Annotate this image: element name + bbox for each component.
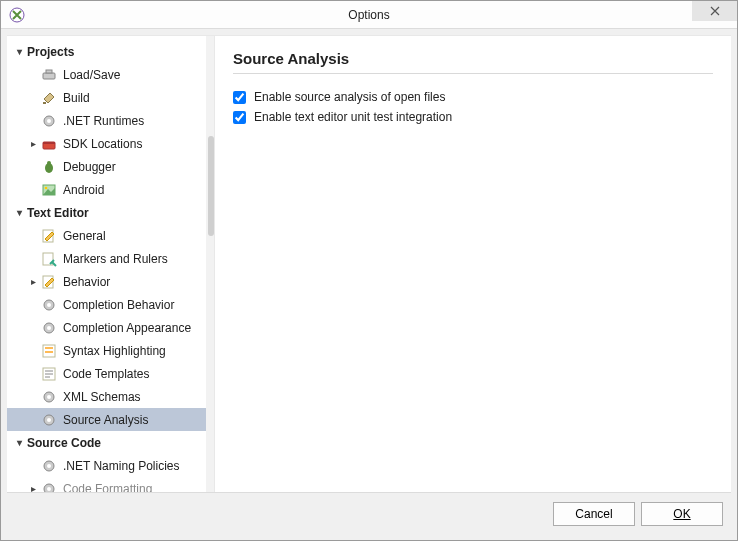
- option-label: Enable text editor unit test integration: [254, 110, 452, 124]
- tree-item-completion-behavior[interactable]: Completion Behavior: [7, 293, 214, 316]
- option-enable-unit-test-integration: Enable text editor unit test integration: [233, 110, 713, 124]
- tree-item-label: Code Templates: [63, 367, 150, 381]
- content-pane: Source Analysis Enable source analysis o…: [215, 36, 731, 492]
- tree-item-label: Debugger: [63, 160, 116, 174]
- tree-item-label: Android: [63, 183, 104, 197]
- svg-point-26: [47, 418, 51, 422]
- svg-rect-2: [46, 70, 52, 73]
- expander-icon[interactable]: ▸: [27, 138, 39, 150]
- tree-item-label: Completion Behavior: [63, 298, 174, 312]
- gear-icon: [41, 389, 57, 405]
- svg-point-16: [47, 303, 51, 307]
- tree-item-xml-schemas[interactable]: XML Schemas: [7, 385, 214, 408]
- checkbox-enable-source-analysis[interactable]: [233, 91, 246, 104]
- tree-item-load-save[interactable]: Load/Save: [7, 63, 214, 86]
- dialog-footer: Cancel OK: [7, 492, 731, 534]
- svg-point-30: [47, 487, 51, 491]
- loadsave-icon: [41, 67, 57, 83]
- gear-icon: [41, 412, 57, 428]
- expander-icon[interactable]: ▾: [13, 46, 25, 58]
- tree-item-naming-policies[interactable]: .NET Naming Policies: [7, 454, 214, 477]
- gear-icon: [41, 297, 57, 313]
- templates-icon: [41, 366, 57, 382]
- tree-item-label: Code Formatting: [63, 482, 152, 493]
- divider: [233, 73, 713, 74]
- tree-item-behavior[interactable]: ▸ Behavior: [7, 270, 214, 293]
- close-button[interactable]: [692, 1, 737, 21]
- option-label: Enable source analysis of open files: [254, 90, 445, 104]
- tree-item-label: Build: [63, 91, 90, 105]
- svg-point-11: [45, 186, 48, 189]
- tree-item-completion-appearance[interactable]: Completion Appearance: [7, 316, 214, 339]
- scrollbar-thumb[interactable]: [208, 136, 214, 236]
- tree-item-markers-rulers[interactable]: Markers and Rulers: [7, 247, 214, 270]
- tree-item-label: Markers and Rulers: [63, 252, 168, 266]
- option-enable-source-analysis: Enable source analysis of open files: [233, 90, 713, 104]
- titlebar: Options: [1, 1, 737, 29]
- tree-item-android[interactable]: Android: [7, 178, 214, 201]
- edit-icon: [41, 228, 57, 244]
- window-title: Options: [1, 8, 737, 22]
- tree-item-code-formatting[interactable]: ▸ Code Formatting: [7, 477, 214, 492]
- svg-point-18: [47, 326, 51, 330]
- category-source-code[interactable]: ▾ Source Code: [7, 431, 214, 454]
- svg-rect-21: [45, 351, 53, 353]
- toolbox-icon: [41, 136, 57, 152]
- options-tree: ▾ Projects Load/Save Build .NET Runtimes: [7, 36, 214, 492]
- edit-icon: [41, 274, 57, 290]
- svg-rect-7: [43, 142, 55, 144]
- tree-item-label: Behavior: [63, 275, 110, 289]
- svg-point-24: [47, 395, 51, 399]
- dialog-body: ▾ Projects Load/Save Build .NET Runtimes: [7, 35, 731, 492]
- app-icon: [9, 7, 25, 23]
- tree-item-label: .NET Naming Policies: [63, 459, 179, 473]
- svg-point-9: [47, 161, 51, 165]
- expander-icon[interactable]: ▸: [27, 483, 39, 493]
- svg-point-28: [47, 464, 51, 468]
- expander-icon[interactable]: ▸: [27, 276, 39, 288]
- svg-rect-20: [45, 347, 53, 349]
- tree-item-general[interactable]: General: [7, 224, 214, 247]
- tree-item-build[interactable]: Build: [7, 86, 214, 109]
- gear-icon: [41, 320, 57, 336]
- tree-item-label: XML Schemas: [63, 390, 141, 404]
- cancel-button[interactable]: Cancel: [553, 502, 635, 526]
- highlight-icon: [41, 343, 57, 359]
- checkbox-enable-unit-test-integration[interactable]: [233, 111, 246, 124]
- ok-button[interactable]: OK: [641, 502, 723, 526]
- tree-item-code-templates[interactable]: Code Templates: [7, 362, 214, 385]
- markers-icon: [41, 251, 57, 267]
- tree-item-label: General: [63, 229, 106, 243]
- svg-rect-3: [43, 102, 46, 104]
- svg-rect-1: [43, 73, 55, 79]
- expander-icon[interactable]: ▾: [13, 437, 25, 449]
- tree-item-label: .NET Runtimes: [63, 114, 144, 128]
- tree-item-label: Load/Save: [63, 68, 120, 82]
- category-projects[interactable]: ▾ Projects: [7, 40, 214, 63]
- tree-item-source-analysis[interactable]: Source Analysis: [7, 408, 214, 431]
- options-window: Options ▾ Projects Load/Save Buil: [0, 0, 738, 541]
- gear-icon: [41, 113, 57, 129]
- tree-item-debugger[interactable]: Debugger: [7, 155, 214, 178]
- sidebar: ▾ Projects Load/Save Build .NET Runtimes: [7, 36, 215, 492]
- scrollbar-track[interactable]: [206, 36, 214, 492]
- tree-item-label: SDK Locations: [63, 137, 142, 151]
- tree-item-net-runtimes[interactable]: .NET Runtimes: [7, 109, 214, 132]
- svg-point-5: [47, 119, 51, 123]
- content-heading: Source Analysis: [233, 50, 713, 67]
- tree-item-syntax-highlighting[interactable]: Syntax Highlighting: [7, 339, 214, 362]
- tree-item-label: Syntax Highlighting: [63, 344, 166, 358]
- gear-icon: [41, 458, 57, 474]
- build-icon: [41, 90, 57, 106]
- category-text-editor[interactable]: ▾ Text Editor: [7, 201, 214, 224]
- image-icon: [41, 182, 57, 198]
- tree-item-label: Completion Appearance: [63, 321, 191, 335]
- tree-item-label: Source Analysis: [63, 413, 148, 427]
- bug-icon: [41, 159, 57, 175]
- tree-item-sdk-locations[interactable]: ▸ SDK Locations: [7, 132, 214, 155]
- expander-icon[interactable]: ▾: [13, 207, 25, 219]
- gear-icon: [41, 481, 57, 493]
